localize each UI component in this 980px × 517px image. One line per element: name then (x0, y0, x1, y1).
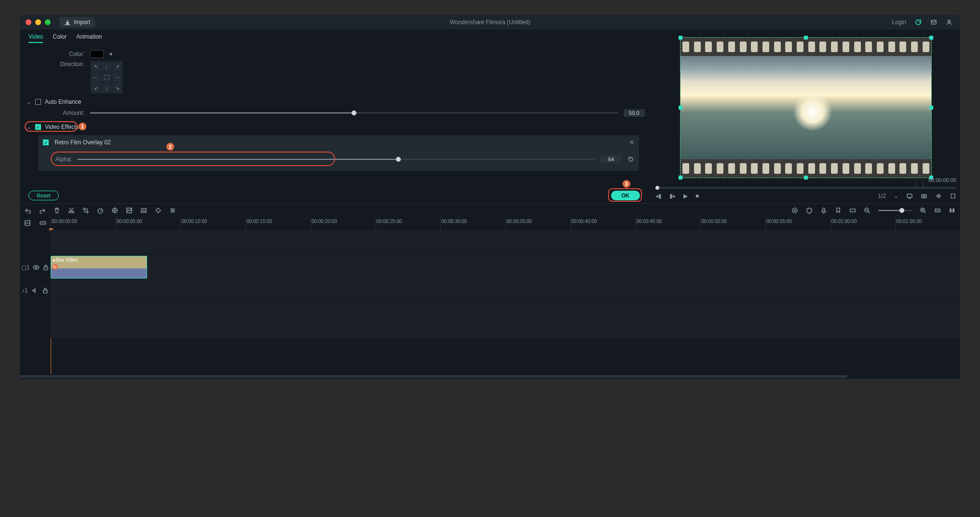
next-frame-button[interactable]: ▮▸ (669, 193, 676, 199)
handle-ml[interactable] (679, 106, 682, 110)
alpha-slider[interactable] (78, 154, 595, 164)
effect-remove-button[interactable]: ✕ (629, 139, 634, 146)
reset-button[interactable]: Reset (28, 191, 59, 200)
ruler-tick-label: 00:01:05:00 (896, 219, 922, 224)
undo-icon[interactable] (25, 207, 31, 214)
tab-animation[interactable]: Animation (76, 33, 102, 43)
color-icon[interactable] (111, 207, 118, 214)
ruler-tick: 00:00:00:00 (51, 217, 116, 229)
auto-enhance-checkbox[interactable] (35, 99, 41, 105)
display-icon[interactable] (906, 193, 913, 199)
handle-tr[interactable] (929, 36, 933, 40)
upper-panels: Video Color Animation Color: ▾ Direction… (20, 29, 960, 203)
video-clip[interactable]: ▸ Sea Video fx (51, 256, 147, 279)
timeline-h-scrollbar[interactable] (20, 374, 960, 379)
alpha-reset-icon[interactable] (627, 156, 634, 163)
audio-lane[interactable] (51, 281, 960, 300)
handle-tl[interactable] (679, 36, 682, 40)
fullscreen-icon[interactable] (950, 193, 956, 199)
message-icon[interactable] (930, 19, 937, 26)
mute-icon[interactable] (31, 287, 38, 294)
import-button[interactable]: Import (59, 17, 95, 28)
aspect-icon[interactable] (849, 207, 856, 214)
dir-se-icon[interactable]: ↘ (112, 83, 122, 93)
video-effects-header[interactable]: ⌄ Video Effects 1 (27, 123, 645, 131)
link-icon[interactable] (40, 220, 46, 226)
handle-tm[interactable] (804, 36, 808, 40)
adjust-icon[interactable] (169, 207, 176, 214)
zoom-out-icon[interactable] (864, 207, 871, 214)
ok-button[interactable]: OK (611, 191, 640, 200)
video-lane[interactable]: ▸ Sea Video fx (51, 254, 960, 280)
voiceover-icon[interactable] (820, 207, 827, 214)
dir-center-icon[interactable]: ⛶ (102, 72, 111, 82)
dir-n-icon[interactable]: ↑ (102, 62, 111, 71)
dir-e-icon[interactable]: → (112, 72, 122, 82)
mixer-icon[interactable] (791, 207, 798, 214)
film-strip-top (681, 38, 931, 56)
dir-nw-icon[interactable]: ↖ (91, 62, 101, 71)
clip-name: Sea Video (55, 257, 78, 263)
zoom-slider[interactable] (878, 206, 912, 215)
zoom-fit-icon[interactable] (934, 207, 941, 214)
ruler-tick-label: 00:00:40:00 (572, 219, 597, 224)
lock-icon[interactable] (42, 264, 49, 271)
empty-lane-2[interactable] (51, 300, 960, 338)
account-icon[interactable] (946, 19, 953, 26)
preview-next-marker[interactable]: 〉 (922, 181, 927, 189)
snapshot-icon[interactable] (921, 193, 927, 199)
marker-icon[interactable] (835, 207, 842, 214)
refresh-icon[interactable] (915, 19, 922, 26)
empty-lane[interactable] (51, 230, 960, 253)
delete-icon[interactable] (54, 207, 60, 214)
dir-ne-icon[interactable]: ↗ (112, 62, 122, 71)
direction-grid[interactable]: ↖↑↗ ←⛶→ ↙↓↘ (90, 61, 123, 94)
amount-value[interactable]: 50.0 (624, 109, 645, 117)
video-effects-checkbox[interactable] (35, 124, 41, 130)
redo-icon[interactable] (39, 207, 46, 214)
volume-icon[interactable] (935, 193, 942, 199)
properties-panel: Video Color Animation Color: ▾ Direction… (20, 29, 652, 203)
keyframe-icon[interactable] (155, 207, 162, 214)
time-ruler[interactable]: 00:00:00:0000:00:05:0000:00:10:0000:00:1… (51, 217, 960, 229)
green-screen-icon[interactable] (126, 207, 133, 214)
alpha-value[interactable]: 64 (600, 155, 622, 163)
shield-icon[interactable] (806, 207, 813, 214)
ruler-tick: 00:01:05:00 (895, 217, 960, 229)
clip-fx-badge[interactable]: fx (52, 264, 58, 270)
auto-enhance-header[interactable]: ⌄ Auto Enhance (27, 98, 645, 105)
preview-prev-marker[interactable]: 〈 (912, 181, 918, 189)
detach-audio-icon[interactable] (140, 207, 147, 214)
login-button[interactable]: Login (892, 19, 906, 26)
tab-color[interactable]: Color (53, 33, 67, 43)
crop-icon[interactable] (82, 207, 89, 214)
color-chevron-icon[interactable]: ▾ (109, 51, 112, 57)
preview-progress[interactable] (655, 187, 956, 189)
preview-canvas[interactable] (681, 38, 931, 178)
tab-video[interactable]: Video (28, 33, 43, 43)
handle-bl[interactable] (679, 176, 682, 180)
dir-sw-icon[interactable]: ↙ (91, 83, 101, 93)
amount-slider[interactable] (90, 108, 618, 118)
track-manage-icon[interactable] (24, 220, 31, 226)
speed-icon[interactable] (97, 207, 104, 214)
eye-icon[interactable] (33, 264, 40, 271)
dir-s-icon[interactable]: ↓ (102, 83, 111, 93)
timeline-view-icon[interactable] (949, 207, 955, 214)
ratio-chevron-icon[interactable]: ⌄ (894, 193, 898, 199)
close-window-button[interactable] (26, 19, 31, 25)
handle-bm[interactable] (804, 176, 808, 180)
lock-icon[interactable] (42, 287, 49, 294)
color-swatch[interactable] (90, 50, 104, 58)
minimize-window-button[interactable] (35, 19, 41, 25)
zoom-in-icon[interactable] (920, 207, 926, 214)
stop-button[interactable]: ■ (695, 193, 699, 199)
dir-w-icon[interactable]: ← (91, 72, 101, 82)
prev-frame-button[interactable]: ◂▮ (655, 193, 662, 199)
play-button[interactable]: ▶ (683, 193, 688, 199)
effect-enable-checkbox[interactable] (43, 140, 49, 145)
preview-ratio[interactable]: 1/2 (878, 193, 886, 199)
cut-icon[interactable] (68, 207, 75, 214)
maximize-window-button[interactable] (45, 19, 51, 25)
handle-mr[interactable] (929, 106, 933, 110)
